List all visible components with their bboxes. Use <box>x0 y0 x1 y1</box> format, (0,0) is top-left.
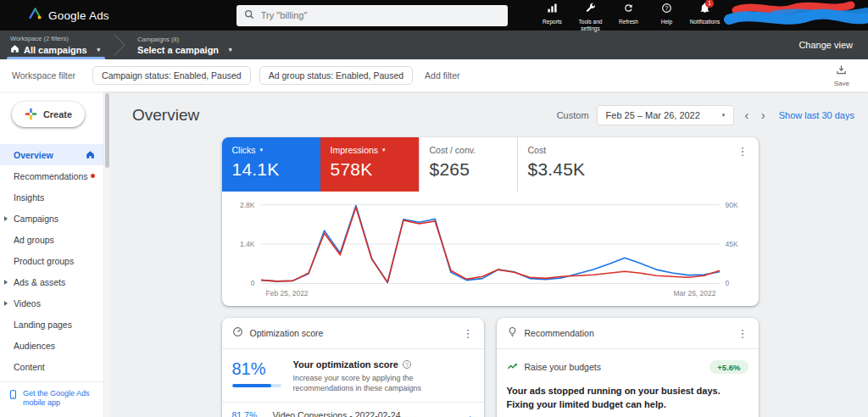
campaigns-label: Campaigns (8) <box>137 36 232 43</box>
optimization-score-value: 81% <box>232 359 281 379</box>
recommendation-name[interactable]: Raise your budgets <box>525 362 601 372</box>
trending-up-icon <box>507 359 518 375</box>
save-filter-button[interactable]: Save <box>834 64 856 87</box>
overview-metrics-card: ⋮ Clicks▾14.1KImpressions▾578KCost / con… <box>222 137 759 306</box>
filter-chip-1[interactable]: Ad group status: Enabled, Paused <box>259 66 413 85</box>
left-sidebar: Create OverviewRecommendationsInsightsCa… <box>0 92 103 417</box>
sidebar-item-content[interactable]: Content <box>0 356 103 377</box>
help-circle-icon[interactable]: ? <box>403 360 411 369</box>
filter-chips: Campaign status: Enabled, PausedAd group… <box>92 66 421 85</box>
sidebar-scrollbar[interactable] <box>103 92 110 417</box>
tools-icon <box>585 2 596 17</box>
recommendation-card: Recommendation ⋮ Raise your budgets +5.6… <box>497 318 759 417</box>
sidebar-item-ad-groups[interactable]: Ad groups <box>0 229 103 250</box>
metric-impressions[interactable]: Impressions▾578K <box>320 137 419 192</box>
optimization-headline: Your optimization score <box>293 359 398 370</box>
x-axis-end-label: Mar 26, 2022 <box>673 289 715 297</box>
chart-series-impressions <box>261 208 720 283</box>
uplift-badge: +5.6% <box>709 360 748 374</box>
topbar-action-reports[interactable]: Reports <box>533 2 571 25</box>
optimization-progress-bar <box>232 384 281 387</box>
show-last-30-days-link[interactable]: Show last 30 days <box>779 110 854 120</box>
add-filter-button[interactable]: Add filter <box>425 70 459 81</box>
metric-clicks[interactable]: Clicks▾14.1K <box>222 137 320 192</box>
svg-text:?: ? <box>665 5 669 11</box>
next-period-button[interactable]: › <box>759 109 768 121</box>
sidebar-item-overview[interactable]: Overview <box>0 144 103 165</box>
top-app-bar: Google Ads ReportsTools and settingsRefr… <box>0 0 868 31</box>
card-title: Recommendation <box>525 328 594 338</box>
filter-bar-label: Workspace filter <box>12 70 75 81</box>
overview-chart[interactable] <box>261 203 720 285</box>
notification-dot-icon <box>91 174 95 178</box>
lightbulb-icon <box>507 325 518 341</box>
home-icon <box>10 44 19 55</box>
product-name: Google Ads <box>48 9 109 22</box>
global-search[interactable] <box>236 5 508 26</box>
topbar-action-refresh[interactable]: Refresh <box>609 2 648 25</box>
expand-arrow-icon[interactable] <box>4 216 8 221</box>
help-icon: ? <box>661 2 672 17</box>
topbar-action-tools[interactable]: Tools and settings <box>571 2 609 32</box>
dropdown-caret-icon: ▾ <box>382 147 386 153</box>
sidebar-item-campaigns[interactable]: Campaigns <box>0 208 103 229</box>
sidebar-item-videos[interactable]: Videos <box>0 292 103 314</box>
recommendation-headline: Your ads stopped running on your busiest… <box>507 385 748 412</box>
dropdown-caret-icon: ▾ <box>260 147 264 153</box>
sidebar-item-product-groups[interactable]: Product groups <box>0 250 103 271</box>
metric-cost[interactable]: Cost$3.45K <box>517 137 615 192</box>
sidebar-item-recommendations[interactable]: Recommendations <box>0 165 103 186</box>
notification-badge: 1 <box>705 0 714 8</box>
google-ads-triangle-icon <box>29 8 42 23</box>
dropdown-caret-icon: ▾ <box>229 47 232 53</box>
gauge-icon <box>232 325 243 341</box>
search-input[interactable] <box>261 10 500 20</box>
workspace-filter-bar: Workspace filter Campaign status: Enable… <box>0 59 868 92</box>
expand-arrow-icon[interactable] <box>4 280 8 285</box>
change-view-button[interactable]: Change view <box>798 31 868 59</box>
optimization-rows: 81.7%Video Conversions - 2022-02-24→84.7… <box>222 402 484 417</box>
filter-chip-0[interactable]: Campaign status: Enabled, Paused <box>92 66 251 85</box>
date-mode-label: Custom <box>557 110 589 120</box>
date-range-picker[interactable]: Feb 25 – Mar 26, 2022 ▾ <box>597 105 735 125</box>
main-content: Overview Custom Feb 25 – Mar 26, 2022 ▾ … <box>110 92 868 417</box>
sidebar-nav: OverviewRecommendationsInsightsCampaigns… <box>0 144 103 377</box>
card-menu-icon[interactable]: ⋮ <box>463 328 474 339</box>
metric-cost-conv[interactable]: Cost / conv.$265 <box>419 137 517 192</box>
sidebar-item-insights[interactable]: Insights <box>0 186 103 208</box>
y-axis-left: 2.8K1.4K0 <box>231 203 261 285</box>
card-menu-icon[interactable]: ⋮ <box>737 328 748 339</box>
topbar-action-notifications[interactable]: Notifications1 <box>686 2 724 25</box>
y-axis-right: 90K45K0 <box>720 203 750 285</box>
google-ads-app: Google Ads ReportsTools and settingsRefr… <box>0 0 868 417</box>
workspace-value: All campaigns <box>24 45 87 55</box>
campaign-selector[interactable]: Campaigns (8) Select a campaign ▾ <box>127 31 246 59</box>
redacted-account-scribble <box>724 1 868 30</box>
arrow-right-icon[interactable]: → <box>464 409 474 417</box>
prev-period-button[interactable]: ‹ <box>742 109 751 121</box>
card-title: Optimization score <box>250 328 324 338</box>
topbar-actions: ReportsTools and settingsRefresh?HelpNot… <box>533 0 724 32</box>
sidebar-item-landing-pages[interactable]: Landing pages <box>0 314 103 335</box>
google-ads-logo[interactable]: Google Ads <box>29 8 109 23</box>
search-icon <box>244 8 254 23</box>
home-icon <box>86 150 95 159</box>
dropdown-caret-icon: ▾ <box>722 112 726 119</box>
reports-icon <box>547 2 558 17</box>
metrics-row: ⋮ Clicks▾14.1KImpressions▾578KCost / con… <box>222 137 759 192</box>
optimization-row-video-conversions-2022-02-24[interactable]: 81.7%Video Conversions - 2022-02-24→ <box>222 402 484 417</box>
mobile-app-link[interactable]: Get the Google Ads mobile app <box>0 381 103 417</box>
workspace-selector[interactable]: Workspace (2 filters) All campaigns ▾ <box>0 31 114 59</box>
card-menu-icon[interactable]: ⋮ <box>737 146 748 157</box>
sidebar-item-ads-assets[interactable]: Ads & assets <box>0 271 103 292</box>
create-button[interactable]: Create <box>12 102 85 127</box>
sidebar-item-audiences[interactable]: Audiences <box>0 335 103 356</box>
topbar-action-help[interactable]: ?Help <box>648 2 686 25</box>
x-axis-start-label: Feb 25, 2022 <box>266 289 309 297</box>
scrollbar-thumb[interactable] <box>105 93 109 168</box>
expand-arrow-icon[interactable] <box>4 301 8 306</box>
campaigns-value: Select a campaign <box>137 45 219 55</box>
refresh-icon <box>623 2 634 17</box>
context-nav-bar: Workspace (2 filters) All campaigns ▾ Ca… <box>0 31 868 59</box>
optimization-score-block: 81% <box>232 359 281 393</box>
